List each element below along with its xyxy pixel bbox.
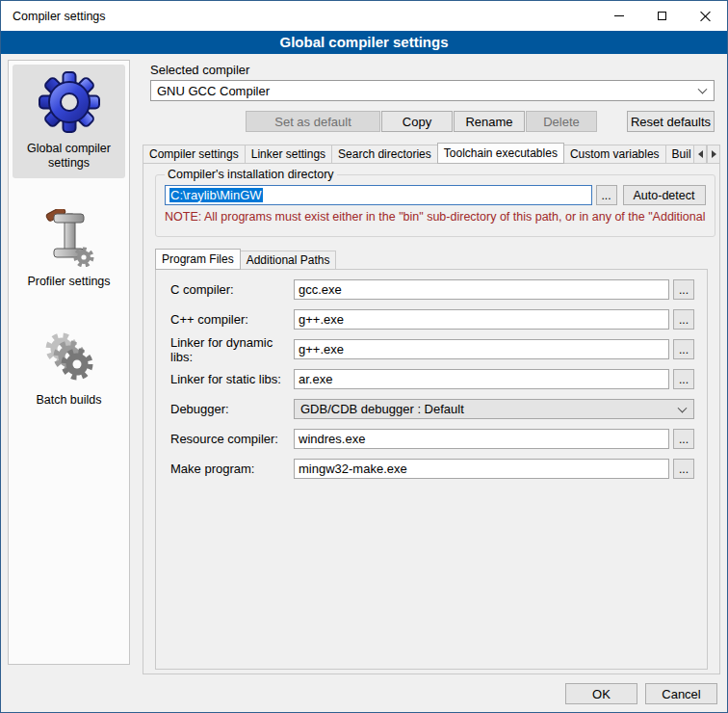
tab-scroll-left-button[interactable] xyxy=(693,145,707,164)
debugger-select-value: GDB/CDB debugger : Default xyxy=(300,402,464,416)
installation-note: NOTE: All programs must exist either in … xyxy=(165,210,706,224)
make-program-input[interactable] xyxy=(294,459,669,479)
dialog-content: Global compiler settings xyxy=(1,54,727,712)
copy-button[interactable]: Copy xyxy=(381,111,453,132)
settings-tabstrip: Compiler settings Linker settings Search… xyxy=(143,143,720,164)
delete-button[interactable]: Delete xyxy=(526,111,597,132)
cpp-compiler-browse-button[interactable]: ... xyxy=(673,309,694,330)
dynamic-linker-input[interactable] xyxy=(294,339,669,359)
sidebar-item-label: Global compiler settings xyxy=(14,142,123,171)
debugger-label: Debugger: xyxy=(170,402,294,416)
gray-gears-icon xyxy=(40,328,98,385)
installation-directory-input[interactable]: C:\raylib\MinGW xyxy=(165,185,592,205)
files-subtabstrip: Program Files Additional Paths xyxy=(155,249,335,270)
window-title: Compiler settings xyxy=(1,10,106,23)
compiler-select[interactable]: GNU GCC Compiler xyxy=(150,80,715,101)
profiler-icon xyxy=(40,209,98,267)
ok-button[interactable]: OK xyxy=(565,683,637,704)
reset-defaults-button[interactable]: Reset defaults xyxy=(627,111,715,132)
sidebar-item-label: Profiler settings xyxy=(27,275,110,289)
resource-compiler-input[interactable] xyxy=(294,429,669,449)
compiler-select-value: GNU GCC Compiler xyxy=(157,84,270,98)
compiler-settings-dialog: Compiler settings Global compiler settin… xyxy=(0,0,728,713)
form-row-c-compiler: C compiler: ... xyxy=(170,279,694,300)
dynamic-linker-browse-button[interactable]: ... xyxy=(673,339,694,359)
minimize-icon xyxy=(614,15,624,16)
set-as-default-button[interactable]: Set as default xyxy=(246,111,380,132)
page-title: Global compiler settings xyxy=(1,31,727,54)
tab-scroll-right-button[interactable] xyxy=(707,145,720,164)
form-row-resource-compiler: Resource compiler: ... xyxy=(170,429,694,449)
tab-build-options-clipped[interactable]: Buil xyxy=(665,145,694,164)
installation-directory-row: C:\raylib\MinGW ... Auto-detect xyxy=(165,185,706,205)
rename-button[interactable]: Rename xyxy=(454,111,525,132)
make-program-browse-button[interactable]: ... xyxy=(673,459,694,479)
tab-compiler-settings[interactable]: Compiler settings xyxy=(143,145,246,164)
resource-compiler-label: Resource compiler: xyxy=(170,432,294,446)
titlebar: Compiler settings xyxy=(1,1,727,31)
arrow-right-icon xyxy=(712,150,716,158)
resource-compiler-browse-button[interactable]: ... xyxy=(673,429,694,449)
form-row-static-linker: Linker for static libs: ... xyxy=(170,369,694,389)
installation-directory-title: Compiler's installation directory xyxy=(165,168,337,181)
installation-directory-value: C:\raylib\MinGW xyxy=(169,188,263,202)
cpp-compiler-input[interactable] xyxy=(294,309,669,330)
arrow-left-icon xyxy=(698,150,703,158)
maximize-icon xyxy=(658,12,666,20)
subtab-program-files[interactable]: Program Files xyxy=(155,249,241,270)
tab-search-directories[interactable]: Search directories xyxy=(331,145,438,164)
form-row-cpp-compiler: C++ compiler: ... xyxy=(170,309,694,330)
toolchain-executables-panel: Compiler's installation directory C:\ray… xyxy=(143,163,720,674)
sidebar-item-global-compiler-settings[interactable]: Global compiler settings xyxy=(13,65,125,178)
form-row-make-program: Make program: ... xyxy=(170,459,694,479)
sidebar-item-batch-builds[interactable]: Batch builds xyxy=(13,322,125,415)
sidebar-item-label: Batch builds xyxy=(36,393,101,408)
dynamic-linker-label: Linker for dynamic libs: xyxy=(170,335,294,364)
c-compiler-browse-button[interactable]: ... xyxy=(673,279,694,300)
blue-gear-icon xyxy=(38,70,101,134)
installation-directory-group: Compiler's installation directory C:\ray… xyxy=(155,168,715,237)
selected-compiler-label: Selected compiler xyxy=(150,63,249,77)
maximize-button[interactable] xyxy=(640,1,684,31)
cancel-button[interactable]: Cancel xyxy=(645,683,717,704)
tab-linker-settings[interactable]: Linker settings xyxy=(245,145,332,164)
make-program-label: Make program: xyxy=(170,462,294,476)
debugger-select[interactable]: GDB/CDB debugger : Default xyxy=(294,399,694,419)
close-button[interactable] xyxy=(684,1,727,31)
window-controls xyxy=(597,1,727,31)
program-files-panel: C compiler: ... C++ compiler: ... Linker… xyxy=(155,269,708,670)
auto-detect-button[interactable]: Auto-detect xyxy=(623,185,706,205)
cpp-compiler-label: C++ compiler: xyxy=(170,312,294,327)
c-compiler-label: C compiler: xyxy=(170,282,294,297)
browse-directory-button[interactable]: ... xyxy=(596,185,617,205)
static-linker-browse-button[interactable]: ... xyxy=(673,369,694,389)
form-row-dynamic-linker: Linker for dynamic libs: ... xyxy=(170,339,694,359)
tab-custom-variables[interactable]: Custom variables xyxy=(563,145,666,164)
c-compiler-input[interactable] xyxy=(294,279,669,300)
static-linker-input[interactable] xyxy=(294,369,669,389)
chevron-down-icon xyxy=(678,403,688,412)
tab-toolchain-executables[interactable]: Toolchain executables xyxy=(437,143,564,164)
close-icon xyxy=(700,11,711,21)
chevron-down-icon xyxy=(698,85,708,94)
static-linker-label: Linker for static libs: xyxy=(170,372,294,386)
sidebar: Global compiler settings xyxy=(8,60,130,665)
form-row-debugger: Debugger: GDB/CDB debugger : Default xyxy=(170,399,694,419)
minimize-button[interactable] xyxy=(597,1,640,31)
sidebar-item-profiler-settings[interactable]: Profiler settings xyxy=(13,203,125,297)
subtab-additional-paths[interactable]: Additional Paths xyxy=(240,251,337,270)
